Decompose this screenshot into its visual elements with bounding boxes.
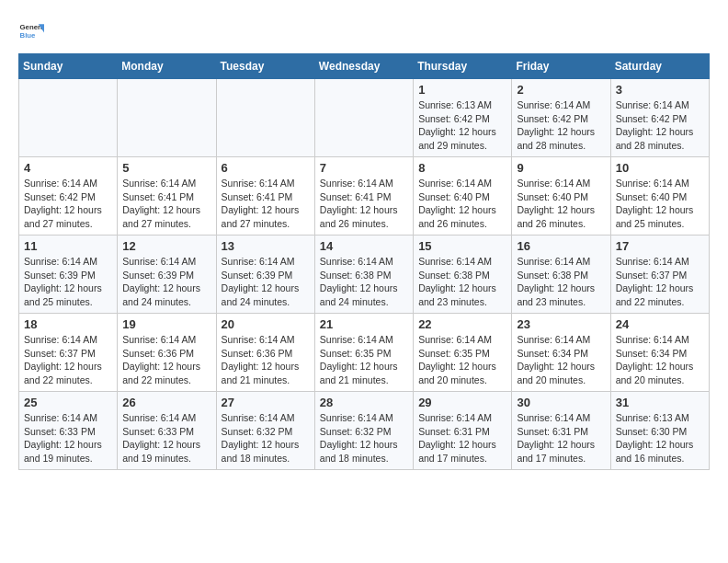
day-number: 9	[517, 161, 605, 175]
weekday-wednesday: Wednesday	[314, 54, 413, 79]
calendar-cell: 4Sunrise: 6:14 AM Sunset: 6:42 PM Daylig…	[19, 157, 118, 236]
day-info: Sunrise: 6:14 AM Sunset: 6:40 PM Dayligh…	[616, 177, 704, 231]
day-number: 27	[222, 396, 310, 409]
calendar-cell: 29Sunrise: 6:14 AM Sunset: 6:31 PM Dayli…	[414, 392, 512, 470]
day-info: Sunrise: 6:14 AM Sunset: 6:36 PM Dayligh…	[122, 333, 210, 387]
day-number: 22	[418, 317, 506, 331]
day-info: Sunrise: 6:14 AM Sunset: 6:41 PM Dayligh…	[320, 177, 408, 231]
day-info: Sunrise: 6:14 AM Sunset: 6:32 PM Dayligh…	[320, 411, 408, 465]
calendar-cell: 30Sunrise: 6:14 AM Sunset: 6:31 PM Dayli…	[512, 392, 610, 470]
day-number: 29	[418, 396, 506, 409]
calendar-cell	[314, 79, 413, 157]
calendar-body: 1Sunrise: 6:13 AM Sunset: 6:42 PM Daylig…	[19, 79, 710, 470]
day-info: Sunrise: 6:14 AM Sunset: 6:38 PM Dayligh…	[320, 255, 408, 309]
day-number: 13	[222, 239, 310, 253]
logo-icon: General Blue	[18, 18, 44, 44]
calendar-cell: 2Sunrise: 6:14 AM Sunset: 6:42 PM Daylig…	[512, 79, 610, 157]
day-number: 19	[122, 317, 210, 331]
calendar-cell: 3Sunrise: 6:14 AM Sunset: 6:42 PM Daylig…	[610, 79, 709, 157]
calendar-cell: 15Sunrise: 6:14 AM Sunset: 6:38 PM Dayli…	[414, 236, 512, 314]
calendar-cell: 19Sunrise: 6:14 AM Sunset: 6:36 PM Dayli…	[118, 314, 216, 392]
calendar-cell: 5Sunrise: 6:14 AM Sunset: 6:41 PM Daylig…	[118, 157, 216, 236]
week-row-3: 11Sunrise: 6:14 AM Sunset: 6:39 PM Dayli…	[19, 236, 710, 314]
calendar-table: SundayMondayTuesdayWednesdayThursdayFrid…	[18, 53, 710, 470]
day-info: Sunrise: 6:14 AM Sunset: 6:37 PM Dayligh…	[616, 255, 704, 309]
day-number: 14	[320, 239, 408, 253]
day-info: Sunrise: 6:13 AM Sunset: 6:30 PM Dayligh…	[616, 411, 704, 465]
day-info: Sunrise: 6:14 AM Sunset: 6:32 PM Dayligh…	[222, 411, 310, 465]
day-number: 4	[24, 161, 112, 175]
calendar-cell	[216, 79, 314, 157]
day-info: Sunrise: 6:14 AM Sunset: 6:40 PM Dayligh…	[517, 177, 605, 231]
calendar-cell: 17Sunrise: 6:14 AM Sunset: 6:37 PM Dayli…	[610, 236, 709, 314]
day-info: Sunrise: 6:14 AM Sunset: 6:34 PM Dayligh…	[517, 333, 605, 387]
day-number: 11	[24, 239, 112, 253]
week-row-4: 18Sunrise: 6:14 AM Sunset: 6:37 PM Dayli…	[19, 314, 710, 392]
calendar-cell: 24Sunrise: 6:14 AM Sunset: 6:34 PM Dayli…	[610, 314, 709, 392]
day-info: Sunrise: 6:14 AM Sunset: 6:36 PM Dayligh…	[222, 333, 310, 387]
day-info: Sunrise: 6:14 AM Sunset: 6:42 PM Dayligh…	[24, 177, 112, 231]
weekday-sunday: Sunday	[19, 54, 118, 79]
calendar-cell: 7Sunrise: 6:14 AM Sunset: 6:41 PM Daylig…	[314, 157, 413, 236]
day-info: Sunrise: 6:14 AM Sunset: 6:37 PM Dayligh…	[24, 333, 112, 387]
day-info: Sunrise: 6:14 AM Sunset: 6:40 PM Dayligh…	[418, 177, 506, 231]
calendar-cell: 23Sunrise: 6:14 AM Sunset: 6:34 PM Dayli…	[512, 314, 610, 392]
day-number: 21	[320, 317, 408, 331]
weekday-tuesday: Tuesday	[216, 54, 314, 79]
weekday-row: SundayMondayTuesdayWednesdayThursdayFrid…	[19, 54, 710, 79]
calendar-cell: 10Sunrise: 6:14 AM Sunset: 6:40 PM Dayli…	[610, 157, 709, 236]
day-number: 1	[418, 83, 506, 97]
week-row-2: 4Sunrise: 6:14 AM Sunset: 6:42 PM Daylig…	[19, 157, 710, 236]
calendar-header: SundayMondayTuesdayWednesdayThursdayFrid…	[19, 54, 710, 79]
day-info: Sunrise: 6:14 AM Sunset: 6:35 PM Dayligh…	[320, 333, 408, 387]
day-number: 10	[616, 161, 704, 175]
day-info: Sunrise: 6:14 AM Sunset: 6:38 PM Dayligh…	[418, 255, 506, 309]
day-info: Sunrise: 6:14 AM Sunset: 6:39 PM Dayligh…	[222, 255, 310, 309]
day-number: 24	[616, 317, 704, 331]
day-info: Sunrise: 6:14 AM Sunset: 6:42 PM Dayligh…	[517, 98, 605, 153]
calendar-cell: 12Sunrise: 6:14 AM Sunset: 6:39 PM Dayli…	[118, 236, 216, 314]
calendar-cell	[118, 79, 216, 157]
day-number: 12	[122, 239, 210, 253]
day-number: 31	[616, 396, 704, 409]
calendar-cell: 8Sunrise: 6:14 AM Sunset: 6:40 PM Daylig…	[414, 157, 512, 236]
calendar-cell: 1Sunrise: 6:13 AM Sunset: 6:42 PM Daylig…	[414, 79, 512, 157]
day-number: 28	[320, 396, 408, 409]
calendar-cell: 20Sunrise: 6:14 AM Sunset: 6:36 PM Dayli…	[216, 314, 314, 392]
day-info: Sunrise: 6:13 AM Sunset: 6:42 PM Dayligh…	[418, 98, 506, 153]
day-number: 26	[122, 396, 210, 409]
calendar-cell: 21Sunrise: 6:14 AM Sunset: 6:35 PM Dayli…	[314, 314, 413, 392]
day-number: 15	[418, 239, 506, 253]
calendar-cell: 22Sunrise: 6:14 AM Sunset: 6:35 PM Dayli…	[414, 314, 512, 392]
day-number: 18	[24, 317, 112, 331]
weekday-friday: Friday	[512, 54, 610, 79]
calendar-cell: 6Sunrise: 6:14 AM Sunset: 6:41 PM Daylig…	[216, 157, 314, 236]
weekday-thursday: Thursday	[414, 54, 512, 79]
page-header: General Blue	[18, 18, 710, 44]
day-number: 2	[517, 83, 605, 97]
calendar-cell: 9Sunrise: 6:14 AM Sunset: 6:40 PM Daylig…	[512, 157, 610, 236]
calendar-cell: 28Sunrise: 6:14 AM Sunset: 6:32 PM Dayli…	[314, 392, 413, 470]
day-number: 7	[320, 161, 408, 175]
svg-text:Blue: Blue	[20, 31, 37, 40]
calendar-cell: 11Sunrise: 6:14 AM Sunset: 6:39 PM Dayli…	[19, 236, 118, 314]
calendar-cell	[19, 79, 118, 157]
day-info: Sunrise: 6:14 AM Sunset: 6:31 PM Dayligh…	[517, 411, 605, 465]
day-info: Sunrise: 6:14 AM Sunset: 6:34 PM Dayligh…	[616, 333, 704, 387]
logo: General Blue	[18, 18, 48, 44]
day-number: 8	[418, 161, 506, 175]
day-info: Sunrise: 6:14 AM Sunset: 6:38 PM Dayligh…	[517, 255, 605, 309]
day-info: Sunrise: 6:14 AM Sunset: 6:39 PM Dayligh…	[24, 255, 112, 309]
calendar-cell: 27Sunrise: 6:14 AM Sunset: 6:32 PM Dayli…	[216, 392, 314, 470]
calendar-cell: 13Sunrise: 6:14 AM Sunset: 6:39 PM Dayli…	[216, 236, 314, 314]
calendar-cell: 16Sunrise: 6:14 AM Sunset: 6:38 PM Dayli…	[512, 236, 610, 314]
day-info: Sunrise: 6:14 AM Sunset: 6:42 PM Dayligh…	[616, 98, 704, 153]
weekday-monday: Monday	[118, 54, 216, 79]
day-info: Sunrise: 6:14 AM Sunset: 6:33 PM Dayligh…	[122, 411, 210, 465]
day-info: Sunrise: 6:14 AM Sunset: 6:41 PM Dayligh…	[122, 177, 210, 231]
day-number: 20	[222, 317, 310, 331]
day-number: 5	[122, 161, 210, 175]
calendar-cell: 25Sunrise: 6:14 AM Sunset: 6:33 PM Dayli…	[19, 392, 118, 470]
day-number: 30	[517, 396, 605, 409]
day-number: 25	[24, 396, 112, 409]
